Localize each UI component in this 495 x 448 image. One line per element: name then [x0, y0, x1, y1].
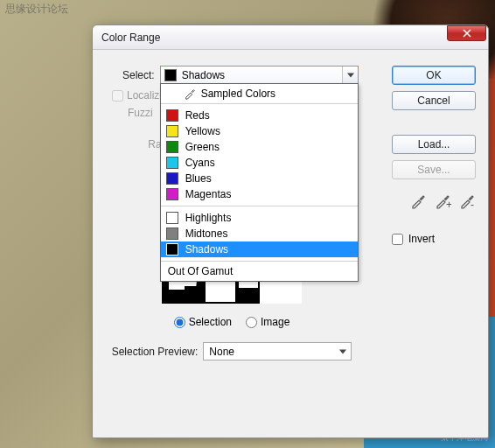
save-button: Save...	[392, 160, 476, 179]
eyedropper-icon	[184, 88, 196, 100]
color-range-dialog: Color Range Select: Shadows Sampl	[92, 24, 489, 438]
selected-value: Shadows	[182, 69, 225, 81]
tone-swatch	[166, 228, 178, 240]
localized-checkbox	[112, 90, 123, 102]
radio-selection-input[interactable]	[174, 317, 185, 328]
chevron-down-icon	[342, 66, 358, 83]
dropdown-item-midtones[interactable]: Midtones	[161, 226, 358, 242]
titlebar[interactable]: Color Range	[93, 25, 488, 50]
selection-preview-label: Selection Preview:	[112, 346, 199, 358]
fuzziness-label: Fuzzi	[112, 107, 156, 119]
load-button[interactable]: Load...	[392, 135, 476, 154]
radio-image[interactable]: Image	[246, 316, 289, 328]
radio-selection[interactable]: Selection	[174, 316, 232, 328]
color-swatch	[166, 157, 178, 169]
selection-preview-combobox[interactable]: None	[203, 342, 352, 360]
close-icon	[463, 29, 471, 38]
dropdown-item-sampled-colors[interactable]: Sampled Colors	[161, 86, 358, 102]
dropdown-item-magentas[interactable]: Magentas	[161, 186, 358, 202]
dropdown-item-out-of-gamut[interactable]: Out Of Gamut	[161, 263, 358, 279]
bg-watermark-left: 思缘设计论坛	[5, 2, 68, 29]
invert-label: Invert	[408, 233, 435, 245]
color-swatch	[166, 125, 178, 137]
dialog-title: Color Range	[101, 32, 447, 44]
dropdown-item-shadows[interactable]: Shadows	[161, 242, 358, 257]
color-swatch	[166, 188, 178, 200]
color-swatch	[166, 172, 178, 185]
dropdown-separator	[161, 103, 358, 104]
close-button[interactable]	[447, 25, 486, 41]
color-swatch	[166, 109, 178, 122]
select-dropdown: Sampled Colors RedsYellowsGreensCyansBlu…	[160, 83, 359, 282]
svg-text:+: +	[446, 199, 451, 210]
select-combobox[interactable]: Shadows	[160, 66, 359, 84]
chevron-down-icon	[335, 343, 351, 360]
dropdown-separator	[161, 206, 358, 206]
dropdown-item-reds[interactable]: Reds	[161, 108, 358, 123]
eyedropper-add-button[interactable]: +	[434, 192, 451, 213]
dropdown-item-cyans[interactable]: Cyans	[161, 155, 358, 171]
color-swatch	[166, 141, 178, 153]
dropdown-item-highlights[interactable]: Highlights	[161, 210, 358, 226]
dropdown-item-greens[interactable]: Greens	[161, 139, 358, 155]
radio-image-input[interactable]	[246, 317, 257, 328]
dropdown-item-yellows[interactable]: Yellows	[161, 123, 358, 139]
ok-button[interactable]: OK	[392, 66, 476, 85]
eyedropper-button[interactable]	[409, 192, 427, 213]
cancel-button[interactable]: Cancel	[392, 91, 476, 110]
select-label: Select:	[122, 69, 155, 81]
tone-swatch	[166, 212, 178, 224]
invert-checkbox[interactable]	[392, 234, 403, 245]
dropdown-item-blues[interactable]: Blues	[161, 171, 358, 186]
selected-swatch	[164, 69, 177, 81]
dropdown-separator	[161, 261, 358, 262]
svg-text:-: -	[471, 199, 474, 210]
eyedropper-subtract-button[interactable]: -	[458, 192, 476, 213]
tone-swatch	[166, 243, 178, 256]
